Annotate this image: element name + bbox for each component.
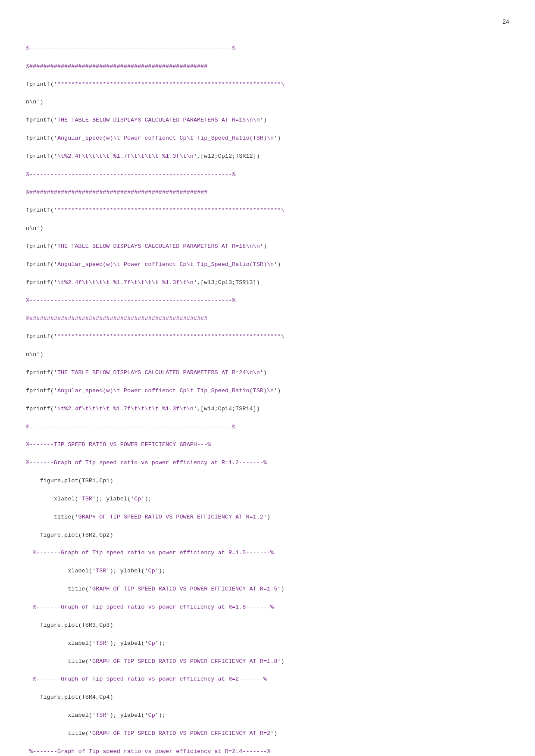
code-block: %---------------------------------------…: [26, 26, 509, 756]
line-3: fprintf('*******************************…: [26, 80, 509, 89]
line-34: xlabel('TSR'); ylabel('Cp');: [26, 639, 509, 648]
line-33: figure,plot(TSR3,Cp3): [26, 621, 509, 630]
line-31: title('GRAPH OF TIP SPEED RATIO VS POWER…: [26, 585, 509, 594]
line-6: fprintf('Angular_speed(w)\t Power coffie…: [26, 134, 509, 143]
line-38: xlabel('TSR'); ylabel('Cp');: [26, 711, 509, 720]
line-37: figure,plot(TSR4,Cp4): [26, 693, 509, 702]
line-2: %#######################################…: [26, 62, 509, 71]
line-17: fprintf('*******************************…: [26, 332, 509, 341]
line-36: %-------Graph of Tip speed ratio vs powe…: [26, 675, 509, 684]
line-24: %-------Graph of Tip speed ratio vs powe…: [26, 459, 509, 468]
line-12: fprintf('THE TABLE BELOW DISPLAYS CALCUL…: [26, 242, 509, 251]
line-7: fprintf('\t%2.4f\t\t\t\t %1.7f\t\t\t\t %…: [26, 152, 509, 161]
line-20: fprintf('Angular_speed(w)\t Power coffie…: [26, 387, 509, 396]
line-39: title('GRAPH OF TIP SPEED RATIO VS POWER…: [26, 729, 509, 738]
line-10: fprintf('*******************************…: [26, 206, 509, 215]
line-14: fprintf('\t%2.4f\t\t\t\t %1.7f\t\t\t\t %…: [26, 278, 509, 287]
line-30: xlabel('TSR'); ylabel('Cp');: [26, 567, 509, 576]
line-13: fprintf('Angular_speed(w)\t Power coffie…: [26, 260, 509, 269]
line-25: figure,plot(TSR1,Cp1): [26, 477, 509, 486]
line-28: figure,plot(TSR2,Cp2): [26, 531, 509, 540]
line-32: %-------Graph of Tip speed ratio vs powe…: [26, 603, 509, 612]
page-number: 24: [502, 17, 509, 27]
line-26: xlabel('TSR'); ylabel('Cp');: [26, 495, 509, 504]
line-27: title('GRAPH OF TIP SPEED RATIO VS POWER…: [26, 513, 509, 522]
line-29: %-------Graph of Tip speed ratio vs powe…: [26, 549, 509, 558]
line-16: %#######################################…: [26, 315, 509, 324]
line-21: fprintf('\t%2.4f\t\t\t\t %1.7f\t\t\t\t %…: [26, 405, 509, 414]
line-19: fprintf('THE TABLE BELOW DISPLAYS CALCUL…: [26, 369, 509, 378]
line-5: fprintf('THE TABLE BELOW DISPLAYS CALCUL…: [26, 116, 509, 125]
line-9: %#######################################…: [26, 188, 509, 197]
line-11: n\n'): [26, 224, 509, 233]
line-35: title('GRAPH OF TIP SPEED RATIO VS POWER…: [26, 657, 509, 666]
line-23: %-------TIP SPEED RATIO VS POWER EFFICIE…: [26, 440, 509, 450]
line-4: n\n'): [26, 98, 509, 107]
line-15: %---------------------------------------…: [26, 297, 509, 306]
line-40: %-------Graph of Tip speed ratio vs powe…: [26, 747, 509, 756]
line-1: %---------------------------------------…: [26, 44, 509, 53]
line-8: %---------------------------------------…: [26, 170, 509, 179]
line-22: %---------------------------------------…: [26, 423, 509, 432]
line-18: n\n'): [26, 350, 509, 359]
